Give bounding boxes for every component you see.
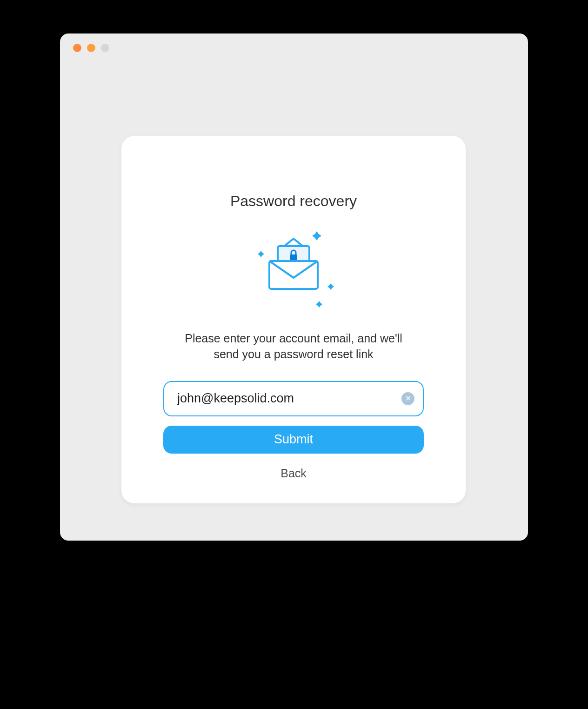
- svg-marker-0: [312, 231, 321, 241]
- dialog-title: Password recovery: [230, 193, 357, 210]
- clear-input-button[interactable]: ✕: [401, 392, 414, 405]
- svg-marker-3: [316, 301, 322, 308]
- zoom-window-button[interactable]: [101, 44, 109, 52]
- back-button[interactable]: Back: [281, 467, 307, 480]
- close-icon: ✕: [405, 395, 411, 402]
- svg-marker-2: [327, 283, 334, 290]
- email-field-wrap: ✕: [163, 381, 424, 416]
- svg-rect-5: [290, 254, 297, 261]
- svg-marker-1: [258, 251, 264, 257]
- minimize-window-button[interactable]: [87, 44, 95, 52]
- close-window-button[interactable]: [73, 44, 81, 52]
- password-recovery-card: Password recovery: [121, 136, 466, 503]
- envelope-lock-icon: [247, 227, 340, 311]
- dialog-instruction: Please enter your account email, and we'…: [173, 331, 414, 362]
- email-input[interactable]: [163, 381, 424, 416]
- window-controls: [73, 44, 109, 52]
- app-window: Password recovery: [60, 33, 528, 541]
- submit-button[interactable]: Submit: [163, 426, 424, 454]
